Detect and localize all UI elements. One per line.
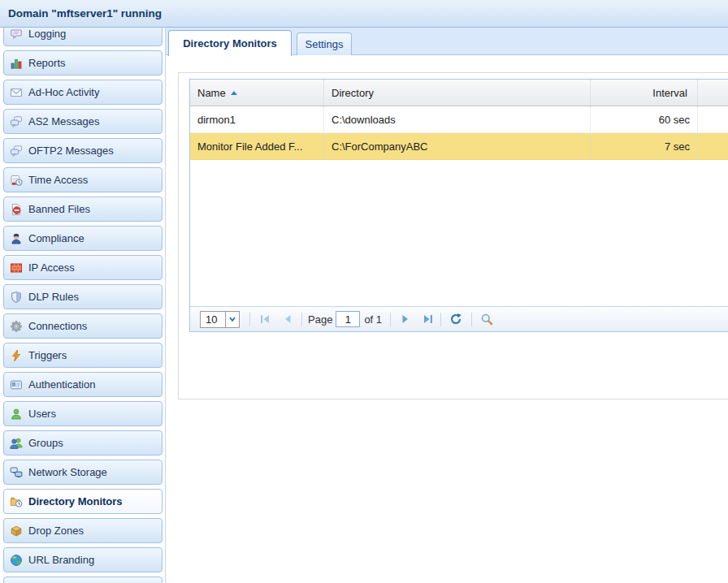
sidebar-item-time-access[interactable]: Time Access xyxy=(3,167,162,192)
bar-chart-icon xyxy=(10,57,23,70)
page-size-select[interactable]: 10 xyxy=(200,311,240,328)
brick-wall-icon xyxy=(10,261,23,274)
id-card-icon xyxy=(10,378,23,391)
main-panel: Directory MonitorsSettings NameDirectory… xyxy=(166,28,728,583)
grid-cell: 60 sec xyxy=(591,106,698,132)
toolbar-separator xyxy=(301,313,302,326)
tab-strip: Directory MonitorsSettings xyxy=(166,28,728,55)
computers-icon xyxy=(10,466,23,479)
sidebar-item-label: Drop Zones xyxy=(28,525,84,537)
application-window: Domain "mftserver1" running LoggingRepor… xyxy=(0,0,728,583)
group-icon xyxy=(10,437,23,450)
toolbar-separator xyxy=(440,313,441,326)
sidebar-item-dlp-rules[interactable]: DLP Rules xyxy=(3,284,162,309)
next-page-icon xyxy=(399,313,412,326)
sidebar-item-authentication[interactable]: Authentication xyxy=(3,372,162,397)
sidebar-item-triggers[interactable]: Triggers xyxy=(3,343,162,368)
column-header-label: Name xyxy=(197,87,226,99)
sidebar-item-label: DLP Rules xyxy=(28,291,79,303)
sidebar-item-label: Ad-Hoc Activity xyxy=(28,86,99,98)
sidebar-item-label: Users xyxy=(28,408,56,420)
column-header-name[interactable]: Name xyxy=(190,80,324,106)
refresh-button[interactable] xyxy=(449,313,462,326)
officer-icon xyxy=(10,232,23,245)
tab-settings[interactable]: Settings xyxy=(297,32,352,55)
sidebar-item-label: URL Branding xyxy=(28,554,94,566)
directory-monitors-grid: NameDirectoryInterval dirmon1C:\download… xyxy=(189,79,728,332)
sidebar-item-label: IP Access xyxy=(28,261,75,274)
globe-icon xyxy=(10,554,23,567)
lightning-icon xyxy=(10,349,23,362)
column-header-interval[interactable]: Interval xyxy=(591,80,698,106)
sidebar-item-label: Connections xyxy=(28,320,87,332)
user-icon xyxy=(10,408,23,421)
grid-cell xyxy=(698,106,728,132)
navigation-sidebar: LoggingReportsAd-Hoc ActivityAS2 Message… xyxy=(0,28,166,583)
prev-page-icon xyxy=(281,313,294,326)
gear-icon xyxy=(10,320,23,333)
shield-icon xyxy=(10,291,23,304)
page-size-value: 10 xyxy=(201,312,225,327)
search-icon xyxy=(480,313,493,326)
banned-file-icon xyxy=(10,203,23,216)
next-page-button[interactable] xyxy=(399,313,412,326)
last-page-icon xyxy=(422,313,435,326)
sidebar-item-connections[interactable]: Connections xyxy=(3,313,162,339)
sidebar-item-logging[interactable]: Logging xyxy=(3,28,162,46)
domain-title-bar: Domain "mftserver1" running xyxy=(0,0,728,28)
column-header-empty[interactable] xyxy=(698,80,728,106)
domain-status-title: Domain "mftserver1" running xyxy=(8,7,162,19)
sidebar-item-label: Logging xyxy=(28,28,66,40)
tab-label: Directory Monitors xyxy=(183,37,277,50)
search-button[interactable] xyxy=(480,313,493,326)
grid-cell: dirmon1 xyxy=(190,106,324,132)
last-page-button[interactable] xyxy=(422,313,435,326)
sidebar-item-partial[interactable] xyxy=(3,577,162,583)
sidebar-item-reports[interactable]: Reports xyxy=(3,50,162,76)
refresh-icon xyxy=(449,313,462,326)
sidebar-item-users[interactable]: Users xyxy=(3,401,162,426)
sidebar-item-oftp2-messages[interactable]: OFTP2 Messages xyxy=(3,138,162,163)
comment-icon xyxy=(10,28,23,41)
sidebar-item-banned-files[interactable]: Banned Files xyxy=(3,196,162,222)
sidebar-item-url-branding[interactable]: URL Branding xyxy=(3,547,162,572)
page-count-label: of 1 xyxy=(364,313,382,326)
sidebar-item-label: Compliance xyxy=(28,232,84,244)
grid-cell: C:\downloads xyxy=(324,106,591,132)
first-page-button[interactable] xyxy=(258,313,271,326)
grid-cell: 7 sec xyxy=(591,133,698,159)
sidebar-item-label: Groups xyxy=(28,437,63,449)
grid-header: NameDirectoryInterval xyxy=(190,80,728,106)
sidebar-item-directory-monitors[interactable]: Directory Monitors xyxy=(3,489,162,514)
column-header-label: Directory xyxy=(332,87,374,99)
sidebar-item-as2-messages[interactable]: AS2 Messages xyxy=(3,109,162,134)
sidebar-item-label: Triggers xyxy=(28,349,67,361)
calendar-clock-icon xyxy=(10,174,23,187)
sidebar-item-label: Network Storage xyxy=(28,466,107,478)
envelope-icon xyxy=(10,86,23,99)
sidebar-item-compliance[interactable]: Compliance xyxy=(3,226,162,251)
sidebar-item-label: Authentication xyxy=(28,378,95,391)
messages-icon xyxy=(10,115,23,128)
grid-row-dirmon1[interactable]: dirmon1C:\downloads60 sec xyxy=(190,106,728,133)
sort-asc-icon xyxy=(231,91,237,95)
page-label: Page xyxy=(308,313,332,326)
column-header-directory[interactable]: Directory xyxy=(324,80,591,106)
toolbar-separator xyxy=(249,313,250,326)
grid-cell xyxy=(698,133,728,159)
tab-directory-monitors[interactable]: Directory Monitors xyxy=(168,30,292,56)
folder-clock-icon xyxy=(10,495,23,508)
sidebar-item-label: OFTP2 Messages xyxy=(28,145,114,157)
sidebar-item-label: Reports xyxy=(28,57,66,69)
sidebar-item-drop-zones[interactable]: Drop Zones xyxy=(3,518,162,543)
sidebar-item-network-storage[interactable]: Network Storage xyxy=(3,460,162,485)
grid-row-monitor-file-added-f[interactable]: Monitor File Added F...C:\ForCompanyABC7… xyxy=(190,133,728,160)
sidebar-item-ad-hoc-activity[interactable]: Ad-Hoc Activity xyxy=(3,80,162,105)
page-size-dropdown-button[interactable] xyxy=(225,312,239,327)
page-number-input[interactable] xyxy=(336,311,360,327)
prev-page-button[interactable] xyxy=(281,313,294,326)
sidebar-item-groups[interactable]: Groups xyxy=(3,430,162,456)
sidebar-item-ip-access[interactable]: IP Access xyxy=(3,255,162,280)
chevron-down-icon xyxy=(228,314,237,324)
tab-content: NameDirectoryInterval dirmon1C:\download… xyxy=(166,55,728,583)
